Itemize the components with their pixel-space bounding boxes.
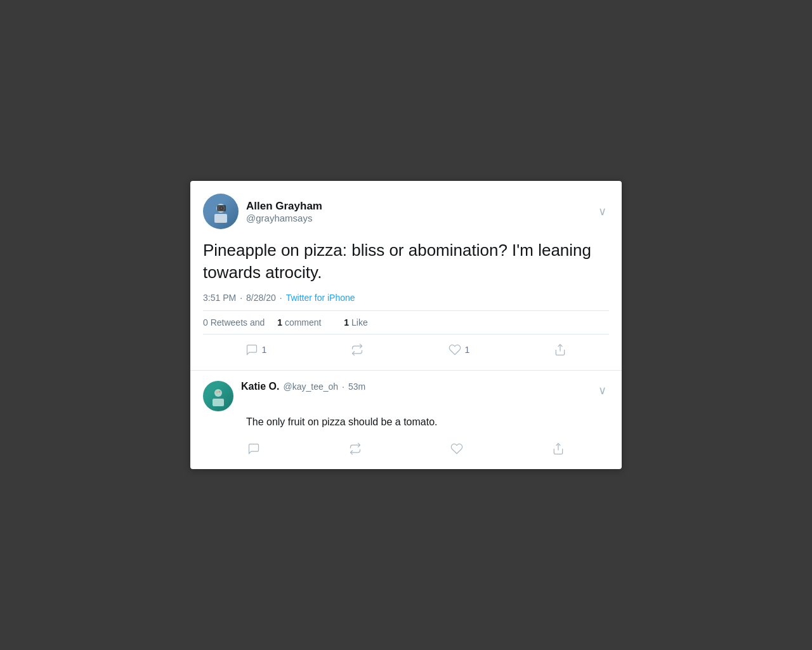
svg-point-8 (216, 391, 218, 394)
tweet-header-left: Allen Grayham @grayhamsays (203, 194, 322, 229)
reply-chevron-down-icon: ∨ (598, 384, 606, 397)
reply-share-icon (552, 442, 565, 455)
dot-separator-2: · (280, 293, 282, 303)
comment-count: 1 (262, 345, 267, 355)
likes-stat: 1 Like (344, 317, 377, 328)
reply-avatar-image (208, 386, 228, 406)
chevron-down-icon: ∨ (598, 205, 606, 218)
reply-retweet-button[interactable] (343, 439, 368, 459)
reply-tweet: Katie O. @kay_tee_oh · 53m ∨ The only fr… (190, 370, 622, 468)
tweet-text: Pineapple on pizza: bliss or abomination… (203, 239, 609, 284)
reply-options-button[interactable]: ∨ (596, 381, 609, 400)
avatar[interactable] (203, 194, 239, 229)
reply-share-button[interactable] (546, 439, 571, 459)
retweet-icon (351, 343, 363, 356)
reply-header-left: Katie O. @kay_tee_oh · 53m (203, 381, 365, 411)
tweet-stats: 0 Retweets and 1 comment 1 Like (203, 310, 609, 334)
tweet-options-button[interactable]: ∨ (596, 202, 609, 221)
tweet-meta: 3:51 PM · 8/28/20 · Twitter for iPhone (203, 293, 609, 303)
reply-comment-button[interactable] (241, 439, 266, 459)
reply-time-ago: 53m (348, 381, 365, 392)
svg-point-6 (214, 389, 222, 397)
tweet-time: 3:51 PM (203, 293, 236, 303)
like-icon (449, 343, 461, 356)
tweet-source-link[interactable]: Twitter for iPhone (286, 293, 355, 303)
share-icon (554, 343, 566, 356)
tweet-date: 8/28/20 (246, 293, 276, 303)
svg-point-4 (221, 208, 223, 209)
reply-header: Katie O. @kay_tee_oh · 53m ∨ (203, 381, 609, 411)
reply-avatar[interactable] (203, 381, 233, 411)
svg-rect-7 (213, 399, 224, 406)
svg-rect-1 (214, 214, 227, 223)
reply-handle: @kay_tee_oh (283, 381, 338, 392)
user-info: Allen Grayham @grayhamsays (246, 200, 322, 223)
like-count: 1 (465, 345, 470, 355)
avatar-image (209, 200, 232, 223)
reply-text: The only fruit on pizza should be a toma… (246, 415, 609, 429)
comment-icon (246, 343, 258, 356)
svg-point-9 (219, 391, 221, 393)
reply-like-icon (450, 442, 463, 455)
like-button[interactable]: 1 (441, 338, 478, 361)
reply-retweet-icon (349, 442, 362, 455)
reply-user-info: Katie O. @kay_tee_oh · 53m (241, 381, 365, 392)
tweet-actions: 1 1 (203, 334, 609, 370)
reply-comment-icon (247, 442, 260, 455)
share-button[interactable] (546, 338, 574, 361)
reply-like-button[interactable] (444, 439, 469, 459)
reply-actions (203, 435, 609, 465)
reply-display-name: Katie O. (241, 381, 279, 392)
retweet-button[interactable] (343, 338, 371, 361)
main-tweet: Allen Grayham @grayhamsays ∨ Pineapple o… (190, 181, 622, 370)
handle: @grayhamsays (246, 213, 322, 223)
comment-button[interactable]: 1 (238, 338, 275, 361)
dot-separator-1: · (240, 293, 242, 303)
tweet-card: Allen Grayham @grayhamsays ∨ Pineapple o… (190, 181, 622, 469)
display-name: Allen Grayham (246, 200, 322, 213)
dot-separator-3: · (342, 381, 344, 392)
retweets-stat: 0 Retweets and 1 comment (203, 317, 334, 328)
reply-user-row: Katie O. @kay_tee_oh · 53m (241, 381, 365, 392)
tweet-header: Allen Grayham @grayhamsays ∨ (203, 194, 609, 229)
